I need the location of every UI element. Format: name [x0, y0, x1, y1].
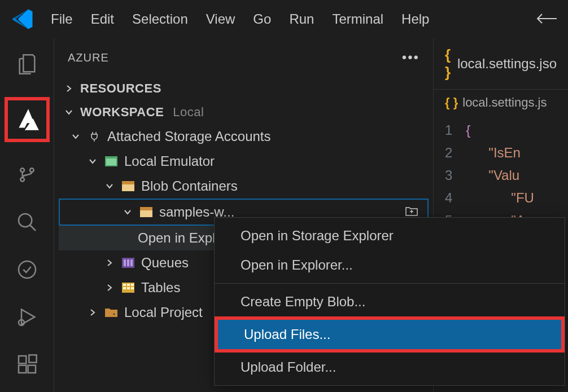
svg-rect-22 [127, 287, 130, 289]
back-arrow-icon[interactable] [536, 10, 557, 28]
tables-label: Tables [141, 280, 180, 296]
local-project-label: Local Project [124, 305, 203, 320]
menu-edit[interactable]: Edit [91, 11, 114, 27]
attached-storage-label: Attached Storage Accounts [107, 129, 271, 144]
tables-icon [121, 280, 136, 295]
activity-bar [0, 38, 54, 392]
svg-rect-10 [122, 184, 134, 191]
svg-rect-3 [19, 356, 26, 363]
chevron-down-icon [87, 157, 98, 165]
main-menu: File Edit Selection View Go Run Terminal… [51, 11, 429, 27]
svg-point-0 [19, 214, 32, 227]
svg-rect-20 [131, 284, 134, 286]
sidebar-title: AZURE [68, 51, 109, 64]
menu-help[interactable]: Help [401, 11, 429, 27]
context-open-storage-explorer[interactable]: Open in Storage Explorer [215, 221, 565, 250]
menu-view[interactable]: View [206, 11, 235, 27]
local-emulator-label: Local Emulator [124, 153, 215, 169]
menu-selection[interactable]: Selection [132, 11, 188, 27]
explorer-icon[interactable] [12, 50, 42, 79]
chevron-down-icon [122, 208, 133, 216]
json-braces-icon: { } [445, 95, 458, 110]
storage-icon [104, 154, 119, 169]
blob-containers-item[interactable]: Blob Containers [59, 174, 429, 199]
code-content: { "IsEn "Valu "FU "Az [466, 119, 534, 232]
svg-rect-21 [123, 287, 126, 289]
container-icon [139, 205, 154, 219]
code-editor[interactable]: 12345 { "IsEn "Valu "FU "Az [434, 116, 568, 232]
resources-label: RESOURCES [80, 81, 161, 96]
editor-tab[interactable]: { } local.settings.jso [434, 38, 568, 90]
blob-containers-label: Blob Containers [141, 178, 238, 194]
azure-icon[interactable] [5, 97, 50, 142]
svg-rect-12 [140, 210, 152, 217]
svg-rect-19 [127, 284, 130, 286]
tab-filename: local.settings.jso [457, 56, 557, 72]
svg-rect-18 [123, 284, 126, 286]
workspace-label: WORKSPACE [80, 105, 164, 120]
open-in-expl-label: Open in Expl [138, 230, 215, 246]
resources-section[interactable]: RESOURCES [59, 77, 429, 100]
json-braces-icon: { } [445, 46, 452, 81]
project-folder-icon [104, 305, 119, 320]
context-open-explorer[interactable]: Open in Explorer... [215, 250, 565, 280]
menu-file[interactable]: File [51, 11, 73, 27]
context-menu: Open in Storage Explorer Open in Explore… [214, 217, 565, 386]
chevron-right-icon [104, 284, 115, 292]
svg-rect-16 [130, 259, 133, 266]
more-icon[interactable]: ••• [402, 50, 420, 65]
queues-icon [121, 256, 136, 270]
svg-rect-4 [19, 365, 26, 373]
container-icon [121, 179, 136, 193]
menu-terminal[interactable]: Terminal [332, 11, 383, 27]
line-numbers: 12345 [445, 119, 466, 232]
test-icon[interactable] [12, 255, 42, 284]
run-debug-icon[interactable] [12, 302, 42, 332]
extensions-icon[interactable] [12, 350, 42, 379]
titlebar: File Edit Selection View Go Run Terminal… [0, 0, 568, 38]
chevron-right-icon [104, 259, 115, 267]
source-control-icon[interactable] [12, 160, 42, 190]
svg-point-1 [19, 261, 36, 278]
svg-rect-11 [140, 207, 152, 210]
svg-rect-15 [127, 259, 129, 266]
chevron-down-icon [104, 182, 115, 190]
chevron-down-icon [63, 108, 75, 116]
search-icon[interactable] [12, 208, 42, 237]
svg-rect-8 [106, 158, 116, 165]
breadcrumb[interactable]: { } local.settings.js [434, 90, 568, 116]
attached-storage-item[interactable]: Attached Storage Accounts [59, 124, 429, 149]
chevron-right-icon [87, 309, 98, 316]
queues-label: Queues [141, 255, 189, 271]
menu-run[interactable]: Run [289, 11, 314, 27]
menu-go[interactable]: Go [253, 11, 271, 27]
chevron-down-icon [70, 133, 81, 140]
context-separator [215, 283, 565, 284]
vscode-logo-icon [11, 8, 34, 30]
breadcrumb-file: local.settings.js [462, 95, 547, 110]
svg-rect-5 [28, 365, 35, 373]
context-upload-folder[interactable]: Upload Folder... [215, 353, 565, 382]
context-create-empty-blob[interactable]: Create Empty Blob... [215, 287, 565, 316]
chevron-right-icon [63, 85, 75, 93]
svg-rect-9 [122, 181, 134, 184]
plug-icon [87, 129, 102, 144]
svg-rect-6 [29, 355, 36, 362]
workspace-sublabel: Local [173, 105, 204, 120]
workspace-section[interactable]: WORKSPACE Local [59, 100, 429, 124]
svg-rect-14 [124, 259, 126, 266]
svg-rect-23 [131, 287, 134, 289]
context-upload-files[interactable]: Upload Files... [218, 320, 561, 349]
local-emulator-item[interactable]: Local Emulator [59, 149, 429, 174]
